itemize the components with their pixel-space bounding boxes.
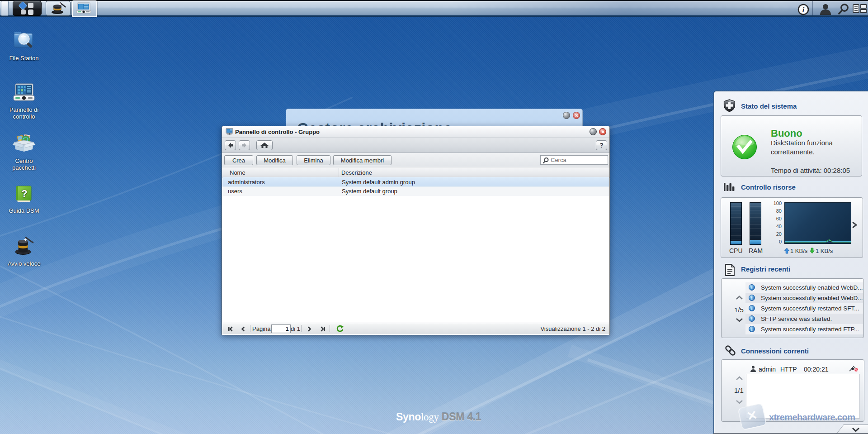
svg-text:?: ? xyxy=(21,188,27,199)
svg-text:i: i xyxy=(802,6,805,14)
